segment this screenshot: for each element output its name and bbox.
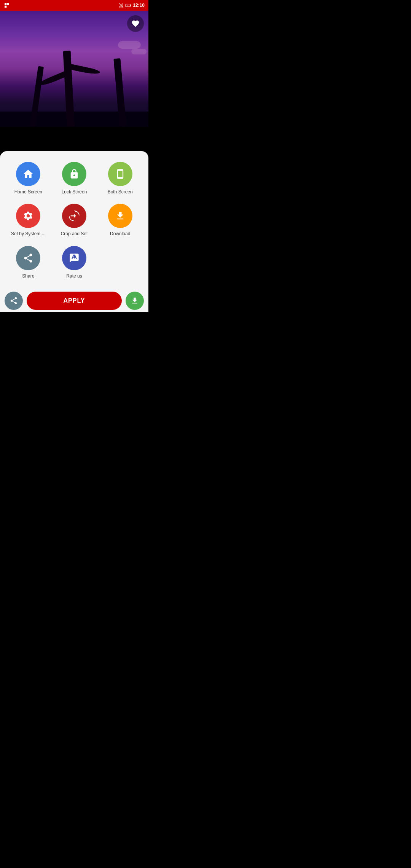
both-screen-label: Both Screen — [108, 189, 133, 195]
settings-icon — [23, 211, 33, 221]
lock-icon — [69, 169, 80, 179]
options-grid-row3: Share Rate us — [6, 243, 142, 282]
svg-rect-6 — [121, 4, 122, 8]
favorite-button[interactable] — [127, 15, 144, 32]
status-bar-right: ! 12:10 — [118, 2, 145, 8]
status-bar: ! 12:10 — [0, 0, 148, 11]
download-icon — [115, 211, 126, 221]
status-bar-left — [4, 2, 10, 8]
bottom-sheet: Home Screen Lock Screen Both Screen — [0, 151, 148, 289]
rate-icon — [69, 253, 80, 263]
lock-screen-label: Lock Screen — [62, 189, 87, 195]
options-grid-row2: Set by System ... Crop and Set Download — [6, 201, 142, 239]
svg-rect-4 — [119, 6, 119, 8]
bottom-download-button[interactable] — [126, 292, 144, 310]
cloud-decoration-2 — [131, 49, 147, 54]
home-screen-circle — [16, 162, 40, 186]
home-screen-label: Home Screen — [14, 189, 42, 195]
svg-rect-8 — [126, 4, 131, 7]
wallpaper-preview — [0, 11, 148, 127]
crop-and-set-circle — [62, 204, 86, 228]
rate-us-label: Rate us — [66, 273, 82, 279]
set-by-system-option[interactable]: Set by System ... — [6, 201, 51, 239]
no-signal-icon — [118, 3, 124, 8]
svg-text:!: ! — [127, 5, 128, 7]
download-circle — [108, 204, 132, 228]
set-by-system-label: Set by System ... — [11, 231, 46, 236]
options-grid-row1: Home Screen Lock Screen Both Screen — [6, 159, 142, 198]
lock-screen-option[interactable]: Lock Screen — [52, 159, 97, 198]
share-icon — [23, 253, 33, 263]
both-screen-option[interactable]: Both Screen — [98, 159, 142, 198]
rate-us-circle — [62, 246, 86, 270]
download-label: Download — [110, 231, 130, 236]
phone-icon — [115, 169, 126, 179]
lock-screen-circle — [62, 162, 86, 186]
share-option[interactable]: Share — [6, 243, 51, 282]
both-screen-circle — [108, 162, 132, 186]
rate-us-option[interactable]: Rate us — [52, 243, 97, 282]
bottom-bar: APPLY — [0, 289, 148, 312]
svg-rect-1 — [7, 3, 9, 5]
battery-alert-icon: ! — [125, 2, 131, 8]
svg-rect-0 — [5, 3, 6, 5]
svg-rect-7 — [122, 3, 123, 8]
app-icon — [4, 2, 10, 8]
home-screen-option[interactable]: Home Screen — [6, 159, 51, 198]
download-option[interactable]: Download — [98, 201, 142, 239]
svg-rect-2 — [5, 6, 6, 8]
apply-button[interactable]: APPLY — [27, 292, 122, 310]
crop-and-set-label: Crop and Set — [61, 231, 88, 236]
status-time: 12:10 — [133, 3, 145, 8]
cloud-decoration — [118, 41, 141, 49]
bottom-share-button[interactable] — [5, 292, 23, 310]
bottom-download-icon — [131, 297, 139, 305]
heart-icon — [131, 19, 140, 28]
bottom-share-icon — [10, 297, 18, 305]
home-icon — [22, 168, 34, 180]
share-label: Share — [22, 273, 34, 279]
svg-rect-5 — [120, 5, 121, 8]
crop-and-set-option[interactable]: Crop and Set — [52, 201, 97, 239]
empty-slot — [98, 243, 142, 282]
crop-rotate-icon — [69, 211, 80, 221]
svg-rect-9 — [131, 5, 131, 6]
share-circle — [16, 246, 40, 270]
set-by-system-circle — [16, 204, 40, 228]
